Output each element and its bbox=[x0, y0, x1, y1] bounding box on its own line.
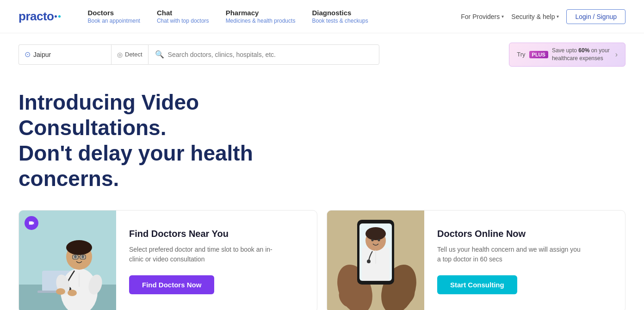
svg-point-6 bbox=[66, 240, 92, 255]
location-pin-icon: ⊙ bbox=[25, 50, 31, 59]
logo-text: practo bbox=[19, 9, 54, 24]
start-consulting-button[interactable]: Start Consulting bbox=[437, 275, 517, 294]
doctors-online-card: Doctors Online Now Tell us your health c… bbox=[327, 210, 625, 310]
plus-try-text: Try bbox=[517, 51, 525, 58]
svg-point-16 bbox=[56, 288, 65, 295]
hero-line1: Introducing Video Consultations. bbox=[19, 90, 199, 140]
doctors-online-desc: Tell us your health concern and we will … bbox=[437, 245, 585, 264]
nav-chat-sub: Chat with top doctors bbox=[157, 18, 209, 24]
nav-item-diagnostics[interactable]: Diagnostics Book tests & checkups bbox=[303, 9, 376, 24]
hero-line2: Don't delay your health concerns. bbox=[19, 141, 253, 191]
find-doctors-desc: Select prefered doctor and time slot to … bbox=[129, 245, 277, 264]
nav-chat-main: Chat bbox=[157, 9, 209, 17]
nav-items: Doctors Book an appointment Chat Chat wi… bbox=[79, 9, 461, 24]
nav-pharmacy-main: Pharmacy bbox=[226, 9, 296, 17]
for-providers-link[interactable]: For Providers ▾ bbox=[461, 13, 504, 20]
svg-point-17 bbox=[68, 290, 77, 296]
doctors-online-image bbox=[327, 211, 424, 310]
cards-row: Find Doctors Near You Select prefered do… bbox=[0, 205, 644, 310]
doctors-online-title: Doctors Online Now bbox=[437, 229, 612, 239]
dot-left bbox=[55, 15, 57, 18]
nav-item-pharmacy[interactable]: Pharmacy Medicines & health products bbox=[217, 9, 304, 24]
find-doctors-image bbox=[19, 211, 116, 310]
security-help-link[interactable]: Security & help ▾ bbox=[511, 13, 559, 20]
hero-section: Introducing Video Consultations. Don't d… bbox=[0, 71, 644, 206]
find-doctors-content: Find Doctors Near You Select prefered do… bbox=[116, 211, 317, 310]
search-bar-wrapper: ⊙ ◎ Detect 🔍 Try PLUS Save upto 60% on y… bbox=[0, 33, 644, 71]
logo[interactable]: practo bbox=[19, 9, 61, 24]
location-input-wrap: ⊙ bbox=[19, 44, 111, 65]
svg-rect-10 bbox=[80, 255, 86, 259]
navbar: practo Doctors Book an appointment Chat … bbox=[0, 0, 644, 33]
plus-banner[interactable]: Try PLUS Save upto 60% on yourhealthcare… bbox=[509, 43, 625, 67]
detect-button[interactable]: ◎ Detect bbox=[111, 44, 148, 65]
nav-item-doctors[interactable]: Doctors Book an appointment bbox=[79, 9, 148, 24]
find-doctors-button[interactable]: Find Doctors Now bbox=[129, 275, 214, 294]
plus-badge: PLUS bbox=[529, 51, 548, 58]
for-providers-chevron-icon: ▾ bbox=[502, 14, 504, 19]
detect-icon: ◎ bbox=[117, 51, 123, 58]
nav-diagnostics-sub: Book tests & checkups bbox=[312, 18, 368, 24]
find-doctors-title: Find Doctors Near You bbox=[129, 229, 304, 239]
dot-right bbox=[58, 15, 61, 18]
location-input[interactable] bbox=[33, 51, 80, 58]
doctors-online-content: Doctors Online Now Tell us your health c… bbox=[424, 211, 625, 310]
login-signup-button[interactable]: Login / Signup bbox=[566, 9, 625, 24]
plus-description: Save upto 60% on yourhealthcare expenses bbox=[552, 47, 610, 62]
nav-item-chat[interactable]: Chat Chat with top doctors bbox=[149, 9, 217, 24]
search-input-wrap: 🔍 bbox=[148, 44, 379, 65]
search-input[interactable] bbox=[168, 51, 372, 58]
svg-rect-32 bbox=[359, 223, 392, 281]
nav-pharmacy-sub: Medicines & health products bbox=[226, 18, 296, 24]
nav-doctors-sub: Book an appointment bbox=[87, 18, 140, 24]
search-icon: 🔍 bbox=[155, 50, 164, 59]
svg-rect-9 bbox=[73, 255, 78, 259]
hero-title: Introducing Video Consultations. Don't d… bbox=[19, 90, 342, 192]
nav-right: For Providers ▾ Security & help ▾ Login … bbox=[461, 9, 625, 24]
plus-chevron-icon: › bbox=[615, 50, 618, 59]
logo-dots bbox=[55, 15, 61, 18]
nav-diagnostics-main: Diagnostics bbox=[312, 9, 368, 17]
nav-doctors-main: Doctors bbox=[87, 9, 140, 17]
security-chevron-icon: ▾ bbox=[557, 14, 559, 19]
find-doctors-card: Find Doctors Near You Select prefered do… bbox=[19, 210, 317, 310]
